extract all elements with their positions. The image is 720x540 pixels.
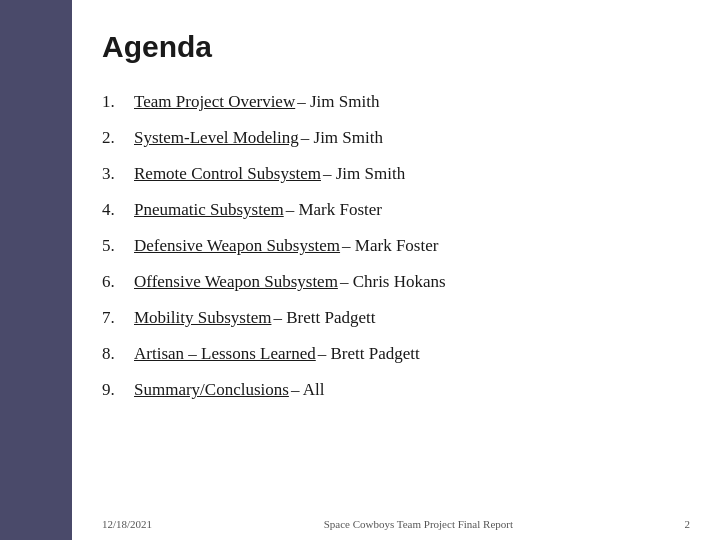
agenda-item-number: 6. [102,272,134,292]
footer: 12/18/2021 Space Cowboys Team Project Fi… [72,518,720,530]
footer-page-number: 2 [685,518,691,530]
agenda-item-suffix: – Mark Foster [342,236,438,256]
agenda-item: 1.Team Project Overview – Jim Smith [102,92,680,112]
agenda-item-suffix: – Jim Smith [301,128,383,148]
agenda-item-link[interactable]: Team Project Overview [134,92,295,112]
agenda-item-number: 1. [102,92,134,112]
agenda-item-link[interactable]: Summary/Conclusions [134,380,289,400]
agenda-item-suffix: – Mark Foster [286,200,382,220]
agenda-item: 5.Defensive Weapon Subsystem – Mark Fost… [102,236,680,256]
agenda-item: 9.Summary/Conclusions – All [102,380,680,400]
agenda-item-link[interactable]: Remote Control Subsystem [134,164,321,184]
agenda-item-number: 4. [102,200,134,220]
footer-date: 12/18/2021 [102,518,152,530]
agenda-item: 8.Artisan – Lessons Learned – Brett Padg… [102,344,680,364]
agenda-item: 7.Mobility Subsystem – Brett Padgett [102,308,680,328]
main-content: Agenda 1.Team Project Overview – Jim Smi… [72,0,720,540]
agenda-item-number: 3. [102,164,134,184]
agenda-item-link[interactable]: Defensive Weapon Subsystem [134,236,340,256]
agenda-item-suffix: – Brett Padgett [318,344,420,364]
agenda-item-number: 7. [102,308,134,328]
agenda-item-number: 9. [102,380,134,400]
agenda-item-link[interactable]: Offensive Weapon Subsystem [134,272,338,292]
agenda-item-link[interactable]: Pneumatic Subsystem [134,200,284,220]
agenda-item-number: 2. [102,128,134,148]
agenda-list: 1.Team Project Overview – Jim Smith2.Sys… [102,92,680,400]
agenda-item: 6.Offensive Weapon Subsystem – Chris Hok… [102,272,680,292]
agenda-item: 2.System-Level Modeling – Jim Smith [102,128,680,148]
agenda-item-suffix: – Chris Hokans [340,272,446,292]
agenda-item-link[interactable]: Artisan – Lessons Learned [134,344,316,364]
footer-center-text: Space Cowboys Team Project Final Report [152,518,684,530]
agenda-item-number: 8. [102,344,134,364]
page-title: Agenda [102,30,680,64]
agenda-item-suffix: – Jim Smith [297,92,379,112]
agenda-item-suffix: – Brett Padgett [273,308,375,328]
agenda-item: 3.Remote Control Subsystem – Jim Smith [102,164,680,184]
agenda-item-number: 5. [102,236,134,256]
sidebar [0,0,72,540]
agenda-item-suffix: – All [291,380,325,400]
agenda-item-link[interactable]: Mobility Subsystem [134,308,271,328]
agenda-item: 4.Pneumatic Subsystem – Mark Foster [102,200,680,220]
agenda-item-suffix: – Jim Smith [323,164,405,184]
agenda-item-link[interactable]: System-Level Modeling [134,128,299,148]
